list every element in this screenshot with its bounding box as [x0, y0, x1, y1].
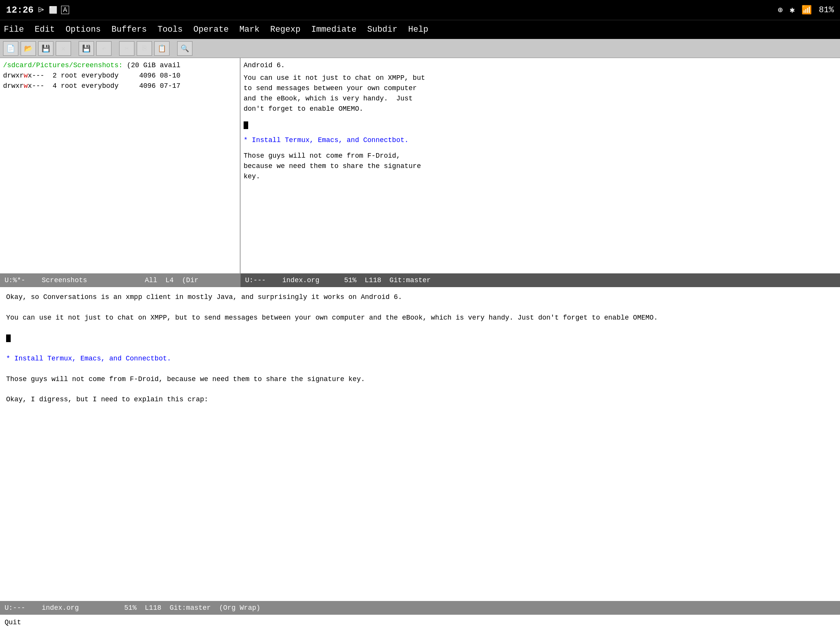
bottom-para5: Okay, I digress, but I need to explain t…: [6, 394, 834, 405]
bottom-mode-line: U:--- index.org 51% L118 Git:master (Org…: [0, 601, 840, 615]
status-bar: 12:26 ⩥ ⬜ A ⊕ ✱ 📶 81%: [0, 0, 840, 20]
perm2-prefix: drwxr: [3, 82, 24, 90]
menu-operate[interactable]: Operate: [193, 25, 228, 34]
bottom-mode-buffer: index.org: [42, 604, 79, 612]
bottom-para2: You can use it not just to chat on XMPP,…: [6, 312, 834, 324]
time-display: 12:26: [6, 5, 34, 15]
page: 12:26 ⩥ ⬜ A ⊕ ✱ 📶 81% File Edit Options …: [0, 0, 840, 630]
dir-entry-1: drwxrwx--- 2 root everybody 4096 08-10: [3, 71, 237, 81]
search-button[interactable]: 🔍: [177, 41, 192, 56]
right-text-android: Android 6.: [244, 60, 837, 71]
status-bar-right: ⊕ ✱ 📶 81%: [778, 5, 834, 15]
bottom-para1: Okay, so Conversations is an xmpp client…: [6, 292, 834, 303]
perm2-rw: w: [24, 82, 28, 90]
left-mode-line: U:%*- Screenshots All L4 (Dir: [0, 273, 241, 287]
menu-help[interactable]: Help: [408, 25, 428, 34]
right-paragraph1: You can use it not just to chat on XMPP,…: [244, 73, 837, 114]
undo-button[interactable]: ↶: [96, 41, 111, 56]
bottom-mode-line-num: L118: [145, 604, 161, 612]
menu-tools[interactable]: Tools: [157, 25, 183, 34]
menu-regexp[interactable]: Regexp: [270, 25, 300, 34]
bottom-mode-mode2: (Org Wrap): [219, 604, 260, 612]
copy-button[interactable]: ⎘: [137, 41, 152, 56]
save-disk-button[interactable]: 💾: [79, 41, 94, 56]
dir-entry-2: drwxrwx--- 4 root everybody 4096 07-17: [3, 81, 237, 91]
left-mode-extra: (Dir: [182, 276, 199, 284]
bottom-para4: Those guys will not come from F-Droid, b…: [6, 374, 834, 385]
split-modelines: U:%*- Screenshots All L4 (Dir U:--- inde…: [0, 273, 840, 287]
battery-display: 81%: [819, 5, 834, 15]
status-bar-left: 12:26 ⩥ ⬜ A: [6, 5, 69, 15]
open-folder-button[interactable]: 📂: [21, 41, 36, 56]
bluetooth-icon: ✱: [790, 5, 795, 15]
menu-edit[interactable]: Edit: [35, 25, 55, 34]
left-mode-line-num: L4: [165, 276, 174, 284]
right-cursor-area: [244, 120, 837, 131]
a-icon: A: [61, 6, 69, 14]
navigation-icon: ⊕: [778, 5, 783, 15]
text-cursor: [244, 121, 248, 129]
dir-path: /sdcard/Pictures/Screenshots:: [3, 61, 123, 69]
new-file-button[interactable]: 📄: [3, 41, 18, 56]
split-panes: /sdcard/Pictures/Screenshots: (20 GiB av…: [0, 58, 840, 273]
bottom-buffer[interactable]: Okay, so Conversations is an xmpp client…: [0, 287, 840, 601]
close-button[interactable]: ✕: [56, 41, 71, 56]
screenshot-icon: ⬜: [49, 6, 57, 14]
minibuffer: Quit: [0, 615, 840, 630]
bottom-mode-extra: Git:master: [170, 604, 211, 612]
menu-subdir[interactable]: Subdir: [367, 25, 397, 34]
menu-buffers[interactable]: Buffers: [111, 25, 147, 34]
paste-button[interactable]: 📋: [154, 41, 170, 56]
menu-immediate[interactable]: Immediate: [311, 25, 357, 34]
perm1-rw: w: [24, 72, 28, 79]
right-mode-line: U:--- index.org 51% L118 Git:master: [241, 273, 840, 287]
right-pane[interactable]: Android 6. You can use it not just to ch…: [241, 58, 840, 273]
left-mode-mode: U:%*-: [5, 276, 25, 284]
left-mode-pos: All: [145, 276, 157, 284]
bottom-mode-mode: U:---: [5, 604, 25, 612]
menu-options[interactable]: Options: [66, 25, 101, 34]
bottom-para3: * Install Termux, Emacs, and Connectbot.: [6, 353, 834, 365]
wifi-icon: 📶: [801, 5, 812, 15]
dir-info: (20 GiB avail: [127, 61, 180, 69]
perm1-prefix: drwxr: [3, 72, 24, 79]
save-button[interactable]: 💾: [38, 41, 53, 56]
split-wrapper: /sdcard/Pictures/Screenshots: (20 GiB av…: [0, 58, 840, 287]
lower-section: Okay, so Conversations is an xmpp client…: [0, 287, 840, 630]
right-mode-extra: Git:master: [389, 276, 431, 284]
right-paragraph2: Those guys will not come from F-Droid, b…: [244, 151, 837, 182]
bottom-mode-pos: 51%: [124, 604, 136, 612]
menu-bar[interactable]: File Edit Options Buffers Tools Operate …: [0, 20, 840, 39]
minibuffer-text: Quit: [5, 619, 21, 626]
right-mode-line-num: L118: [365, 276, 381, 284]
right-mode-mode: U:---: [245, 276, 266, 284]
perm2-suffix: x--- 4 root everybody 4096 07-17: [28, 82, 181, 90]
menu-file[interactable]: File: [4, 25, 24, 34]
toolbar: 📄 📂 💾 ✕ 💾 ↶ ✂ ⎘ 📋 🔍: [0, 39, 840, 58]
org-heading-text: * Install Termux, Emacs, and Connectbot.: [244, 136, 409, 144]
right-mode-pos: 51%: [344, 276, 356, 284]
terminal-icon: ⩥: [37, 5, 45, 15]
cut-button[interactable]: ✂: [119, 41, 134, 56]
menu-mark[interactable]: Mark: [239, 25, 260, 34]
bottom-heading: * Install Termux, Emacs, and Connectbot.: [6, 355, 171, 362]
left-mode-buffer: Screenshots: [42, 276, 87, 284]
perm1-suffix: x--- 2 root everybody 4096 08-10: [28, 72, 181, 79]
right-mode-buffer: index.org: [282, 276, 319, 284]
right-heading: * Install Termux, Emacs, and Connectbot.: [244, 135, 837, 145]
left-pane[interactable]: /sdcard/Pictures/Screenshots: (20 GiB av…: [0, 58, 241, 273]
bottom-cursor: [6, 334, 11, 342]
bottom-cursor-line: [6, 333, 834, 344]
dir-header-line: /sdcard/Pictures/Screenshots: (20 GiB av…: [3, 60, 237, 71]
